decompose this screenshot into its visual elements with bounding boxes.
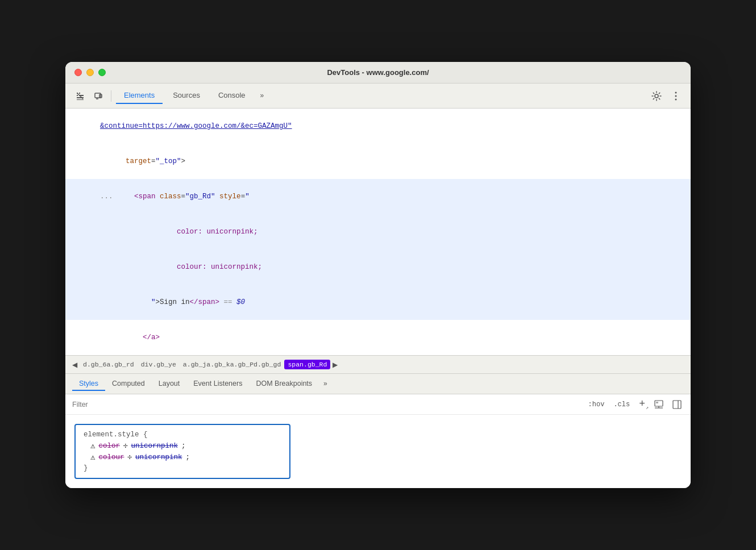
toggle-sidebar-icon[interactable] (670, 398, 684, 411)
breadcrumb-item-4[interactable]: span.gb_Rd (284, 360, 330, 369)
styles-panel-tabs: Styles Computed Layout Event Listeners D… (65, 374, 691, 394)
html-line-3: ... <span class="gb_Rd" style=" (65, 179, 691, 214)
tab-styles[interactable]: Styles (72, 377, 105, 391)
attr-value: "_top" (156, 157, 181, 165)
css-semicolon-2: ; (185, 453, 190, 461)
html-line-7: </a> (65, 320, 691, 355)
html-line-6: ">Sign in</span> == $0 (65, 285, 691, 320)
filter-actions: :hov .cls +↗ (586, 398, 684, 411)
breadcrumb-bar: ◀ d.gb_6a.gb_rd div.gb_ye a.gb_ja.gb_ka.… (65, 356, 691, 374)
minimize-button[interactable] (86, 69, 94, 76)
dollar-zero: $0 (236, 298, 245, 306)
svg-point-12 (675, 95, 677, 97)
tab-event-listeners[interactable]: Event Listeners (186, 377, 249, 391)
css-colon-1: : (123, 442, 128, 450)
hov-button[interactable]: :hov (586, 399, 607, 410)
svg-rect-17 (656, 402, 658, 403)
html-line-4: color: unicornpink; (65, 214, 691, 249)
filter-input[interactable] (72, 401, 586, 409)
tab-elements[interactable]: Elements (116, 88, 163, 104)
html-panel: &continue=https://www.google.com/&ec=GAZ… (65, 109, 691, 356)
css-property-1: ⚠️ color : unicornpink ; (84, 441, 281, 451)
new-style-rule-button[interactable]: +↗ (637, 398, 647, 410)
warning-icon-1: ⚠️ (90, 441, 95, 451)
style-attr: style (219, 193, 241, 201)
select-element-icon[interactable] (72, 88, 88, 104)
tab-sources[interactable]: Sources (165, 88, 208, 104)
tab-console[interactable]: Console (210, 88, 254, 104)
svg-point-13 (675, 98, 677, 100)
class-value: "gb_Rd" (185, 193, 215, 201)
breadcrumb-right-arrow[interactable]: ▶ (330, 361, 340, 369)
tab-computed[interactable]: Computed (105, 377, 152, 391)
css-colon-2: : (127, 453, 132, 461)
tab-styles-more[interactable]: » (319, 377, 332, 391)
title-bar: DevTools - www.google.com/ (65, 62, 691, 84)
svg-rect-1 (79, 93, 80, 94)
close-button[interactable] (74, 69, 82, 76)
html-line-5: colour: unicornpink; (65, 249, 691, 285)
style-colour-prop: colour: unicornpink; (100, 263, 262, 271)
style-color-prop: color: unicornpink; (100, 228, 258, 236)
svg-rect-4 (77, 99, 84, 100)
html-line-1: &continue=https://www.google.com/&ec=GAZ… (65, 109, 691, 144)
css-selector: element.style { (84, 431, 281, 439)
tag-close-a: </a> (143, 334, 160, 341)
tab-dom-breakpoints[interactable]: DOM Breakpoints (249, 377, 319, 391)
text-sign-in: Sign in (160, 298, 190, 306)
devtools-tab-bar: Elements Sources Console » (65, 84, 691, 109)
more-options-icon[interactable] (668, 88, 684, 104)
breadcrumb-item-3[interactable]: a.gb_ja.gb_ka.gb_Pd.gb_gd (180, 360, 285, 369)
warning-icon-2: ⚠️ (90, 452, 95, 462)
class-attr: class (160, 193, 181, 201)
svg-point-11 (675, 91, 677, 93)
attr-name: target (100, 157, 151, 165)
css-property-2: ⚠️ colour : unicornpink ; (84, 452, 281, 462)
breadcrumb-item-2[interactable]: div.gb_ye (138, 360, 180, 369)
css-close-brace: } (84, 464, 281, 472)
style-close: " (100, 298, 156, 306)
css-prop-name-1[interactable]: color (98, 442, 120, 450)
cls-button[interactable]: .cls (611, 399, 632, 410)
devtools-window: DevTools - www.google.com/ Elements Sou (65, 62, 691, 488)
tag-close-span: </span> (190, 298, 220, 306)
tab-more[interactable]: » (256, 88, 269, 104)
html-line-2: target="_top"> (65, 144, 691, 179)
css-prop-value-2[interactable]: unicornpink (135, 453, 182, 461)
space (100, 334, 143, 341)
eq-sign: == (219, 298, 236, 306)
breadcrumb-left-arrow[interactable]: ◀ (70, 361, 80, 369)
filter-bar: :hov .cls +↗ (65, 394, 691, 415)
link-text[interactable]: &continue=https://www.google.com/&ec=GAZ… (100, 122, 292, 130)
traffic-lights (74, 69, 106, 76)
device-toolbar-icon[interactable] (90, 88, 106, 104)
style-value-open: " (245, 193, 250, 201)
window-title: DevTools - www.google.com/ (327, 68, 429, 77)
fullscreen-button[interactable] (98, 69, 106, 76)
css-rule-box: element.style { ⚠️ color : unicornpink ;… (74, 424, 290, 479)
tab-separator (111, 90, 111, 102)
inspect-icon[interactable] (652, 398, 666, 411)
svg-rect-18 (673, 401, 681, 409)
css-panel: element.style { ⚠️ color : unicornpink ;… (65, 415, 691, 488)
settings-icon[interactable] (649, 88, 664, 104)
css-semicolon-1: ; (181, 442, 186, 450)
css-prop-value-1[interactable]: unicornpink (131, 442, 178, 450)
svg-point-10 (655, 94, 658, 98)
breadcrumb-item-1[interactable]: d.gb_6a.gb_rd (80, 360, 138, 369)
tag-open: <span (134, 193, 160, 201)
ellipsis: ... (100, 193, 134, 201)
css-prop-name-2[interactable]: colour (98, 453, 124, 461)
svg-rect-2 (77, 95, 78, 96)
tab-layout[interactable]: Layout (152, 377, 187, 391)
devtools-right-actions (649, 88, 684, 104)
